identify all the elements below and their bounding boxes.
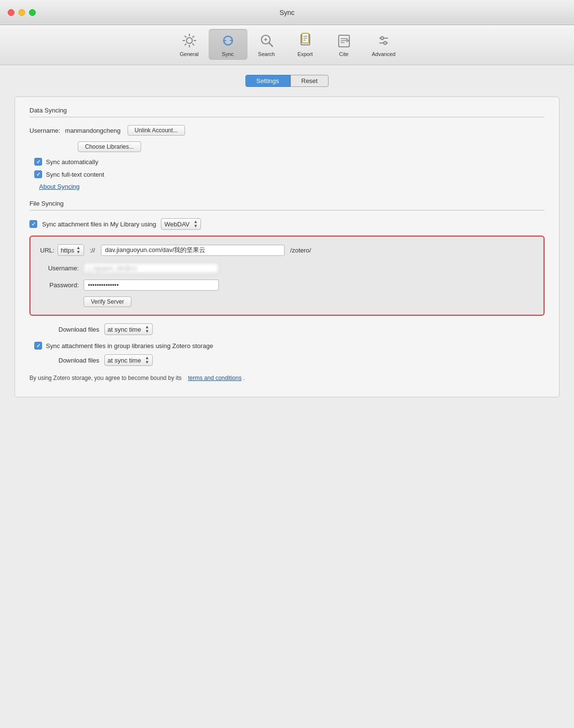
username-row: Username: manmandongcheng Unlink Account… bbox=[29, 125, 545, 136]
download-files-label-1: Download files bbox=[58, 326, 100, 333]
maximize-button[interactable] bbox=[29, 9, 36, 16]
toolbar-item-cite[interactable]: Cite bbox=[325, 29, 363, 60]
about-syncing-container: About Syncing bbox=[34, 183, 545, 190]
unlink-account-button[interactable]: Unlink Account... bbox=[128, 125, 185, 136]
url-separator: :// bbox=[87, 246, 98, 255]
window-title: Sync bbox=[279, 9, 294, 16]
toolbar-label-general: General bbox=[180, 51, 199, 57]
download-files-row-2: Download files at sync time ▲▼ bbox=[29, 354, 545, 366]
webdav-option: WebDAV bbox=[164, 221, 189, 228]
toolbar-label-search: Search bbox=[258, 51, 275, 57]
webdav-password-row: Password: bbox=[40, 280, 534, 291]
webdav-password-label: Password: bbox=[40, 281, 79, 289]
sync-automatically-checkbox[interactable]: ✓ bbox=[34, 158, 42, 166]
bottom-note: By using Zotero storage, you agree to be… bbox=[29, 374, 545, 382]
protocol-select[interactable]: https ▲▼ bbox=[57, 244, 84, 256]
choose-libraries-row: Choose Libraries... bbox=[78, 141, 545, 152]
reset-tab[interactable]: Reset bbox=[290, 75, 329, 87]
username-value: manmandongcheng bbox=[65, 127, 121, 134]
tab-bar: Settings Reset bbox=[14, 75, 560, 87]
url-row: URL: https ▲▼ :// /zotero/ bbox=[40, 244, 534, 256]
download-files-label-2: Download files bbox=[58, 357, 100, 364]
svg-point-25 bbox=[384, 42, 387, 44]
sync-automatically-row: ✓ Sync automatically bbox=[34, 158, 545, 166]
webdav-select[interactable]: WebDAV ▲▼ bbox=[161, 218, 201, 230]
toolbar: General Sync Search bbox=[0, 25, 574, 65]
url-suffix: /zotero/ bbox=[287, 246, 314, 255]
svg-line-10 bbox=[269, 43, 273, 47]
terms-link[interactable]: terms and conditions bbox=[188, 375, 242, 381]
gear-icon bbox=[181, 32, 198, 49]
toolbar-label-sync: Sync bbox=[222, 51, 233, 57]
svg-point-0 bbox=[187, 38, 192, 43]
sync-fulltext-checkbox[interactable]: ✓ bbox=[34, 170, 42, 178]
webdav-username-input[interactable] bbox=[84, 263, 219, 274]
download-select-2[interactable]: at sync time ▲▼ bbox=[104, 354, 153, 366]
toolbar-item-export[interactable]: Export bbox=[286, 29, 325, 60]
download-files-row-1: Download files at sync time ▲▼ bbox=[29, 323, 545, 335]
at-sync-time-option-1: at sync time bbox=[108, 326, 141, 333]
main-content: Settings Reset Data Syncing Username: ma… bbox=[0, 65, 574, 412]
file-syncing-section: File Syncing ✓ Sync attachment files in … bbox=[29, 200, 545, 382]
download-chevron-icon-2: ▲▼ bbox=[145, 356, 149, 364]
download-select-1[interactable]: at sync time ▲▼ bbox=[104, 323, 153, 335]
cite-icon bbox=[335, 32, 353, 49]
toolbar-label-advanced: Advanced bbox=[372, 51, 396, 57]
sync-fulltext-label: Sync full-text content bbox=[46, 171, 104, 178]
close-button[interactable] bbox=[8, 9, 14, 16]
sync-attachment-checkbox[interactable]: ✓ bbox=[29, 220, 37, 228]
bottom-note-text: By using Zotero storage, you agree to be… bbox=[29, 375, 182, 381]
sync-automatically-label: Sync automatically bbox=[46, 158, 98, 166]
svg-line-7 bbox=[192, 36, 194, 38]
titlebar: Sync bbox=[0, 0, 574, 25]
file-syncing-header: File Syncing bbox=[29, 200, 545, 210]
protocol-chevron-icon: ▲▼ bbox=[76, 246, 81, 254]
sync-attachment-row: ✓ Sync attachment files in My Library us… bbox=[29, 218, 545, 230]
toolbar-item-general[interactable]: General bbox=[170, 29, 209, 60]
protocol-value: https bbox=[61, 247, 74, 254]
chevron-icon: ▲▼ bbox=[194, 220, 198, 228]
download-chevron-icon-1: ▲▼ bbox=[145, 325, 149, 334]
bottom-note-end: . bbox=[243, 375, 244, 381]
sync-group-checkbox[interactable]: ✓ bbox=[34, 342, 42, 350]
sync-fulltext-row: ✓ Sync full-text content bbox=[34, 170, 545, 178]
data-syncing-section: Data Syncing Username: manmandongcheng U… bbox=[29, 107, 545, 190]
sync-icon bbox=[219, 32, 237, 49]
toolbar-item-search[interactable]: Search bbox=[247, 29, 286, 60]
url-label: URL: bbox=[40, 247, 55, 254]
svg-line-5 bbox=[185, 36, 187, 38]
toolbar-item-advanced[interactable]: Advanced bbox=[363, 29, 404, 60]
at-sync-time-option-2: at sync time bbox=[108, 357, 141, 364]
traffic-lights bbox=[8, 9, 36, 16]
settings-panel: Data Syncing Username: manmandongcheng U… bbox=[14, 97, 560, 397]
svg-line-8 bbox=[185, 43, 187, 45]
svg-point-23 bbox=[381, 37, 384, 40]
webdav-password-input[interactable] bbox=[84, 280, 219, 291]
sync-group-row: ✓ Sync attachment files in group librari… bbox=[34, 342, 545, 350]
export-icon bbox=[297, 32, 314, 49]
sync-attachment-label: Sync attachment files in My Library usin… bbox=[42, 221, 156, 228]
verify-server-button[interactable]: Verify Server bbox=[84, 296, 131, 307]
webdav-username-row: Username: bbox=[40, 263, 534, 274]
settings-tab[interactable]: Settings bbox=[245, 75, 290, 87]
username-label: Username: bbox=[29, 127, 60, 134]
sync-group-label: Sync attachment files in group libraries… bbox=[46, 342, 213, 350]
url-input[interactable] bbox=[101, 245, 285, 256]
search-icon bbox=[258, 32, 275, 49]
webdav-username-label: Username: bbox=[40, 265, 79, 272]
advanced-icon bbox=[375, 32, 392, 49]
svg-line-6 bbox=[192, 43, 194, 45]
toolbar-label-cite: Cite bbox=[339, 51, 349, 57]
choose-libraries-button[interactable]: Choose Libraries... bbox=[78, 141, 141, 152]
toolbar-label-export: Export bbox=[298, 51, 313, 57]
data-syncing-header: Data Syncing bbox=[29, 107, 545, 117]
toolbar-item-sync[interactable]: Sync bbox=[209, 29, 247, 60]
minimize-button[interactable] bbox=[18, 9, 25, 16]
about-syncing-link[interactable]: About Syncing bbox=[39, 183, 80, 190]
verify-server-row: Verify Server bbox=[84, 296, 534, 307]
webdav-box: URL: https ▲▼ :// /zotero/ Username: bbox=[29, 236, 545, 316]
